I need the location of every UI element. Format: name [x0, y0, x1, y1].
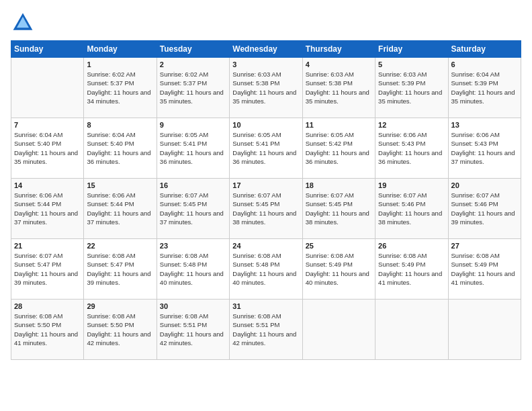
- day-number: 4: [306, 60, 372, 68]
- day-number: 21: [14, 242, 81, 250]
- calendar-cell: 27Sunrise: 6:08 AMSunset: 5:49 PMDayligh…: [448, 239, 521, 300]
- cell-content: Sunrise: 6:05 AMSunset: 5:42 PMDaylight:…: [306, 130, 372, 166]
- day-number: 18: [306, 181, 372, 189]
- day-number: 28: [14, 302, 81, 310]
- calendar-cell: 1Sunrise: 6:02 AMSunset: 5:37 PMDaylight…: [84, 58, 157, 118]
- cell-content: Sunrise: 6:06 AMSunset: 5:44 PMDaylight:…: [87, 191, 153, 226]
- day-number: 17: [232, 181, 299, 189]
- weekday-header: Monday: [84, 41, 157, 58]
- calendar-cell: 15Sunrise: 6:06 AMSunset: 5:44 PMDayligh…: [84, 179, 157, 239]
- cell-content: Sunrise: 6:05 AMSunset: 5:41 PMDaylight:…: [160, 130, 226, 166]
- calendar-cell: 9Sunrise: 6:05 AMSunset: 5:41 PMDaylight…: [157, 118, 229, 179]
- weekday-header: Wednesday: [230, 41, 302, 58]
- day-number: 30: [160, 302, 226, 310]
- day-number: 10: [232, 121, 299, 129]
- cell-content: Sunrise: 6:08 AMSunset: 5:51 PMDaylight:…: [160, 312, 226, 347]
- cell-content: Sunrise: 6:04 AMSunset: 5:40 PMDaylight:…: [14, 130, 81, 166]
- day-number: 31: [232, 302, 299, 310]
- cell-content: Sunrise: 6:08 AMSunset: 5:51 PMDaylight:…: [232, 312, 299, 347]
- calendar-cell: 23Sunrise: 6:08 AMSunset: 5:48 PMDayligh…: [157, 239, 229, 300]
- calendar-header: SundayMondayTuesdayWednesdayThursdayFrid…: [11, 41, 521, 58]
- logo-icon: [11, 11, 35, 35]
- calendar-cell: 8Sunrise: 6:04 AMSunset: 5:40 PMDaylight…: [84, 118, 157, 179]
- calendar-cell: 11Sunrise: 6:05 AMSunset: 5:42 PMDayligh…: [302, 118, 375, 179]
- cell-content: Sunrise: 6:06 AMSunset: 5:44 PMDaylight:…: [14, 191, 81, 226]
- calendar-cell: 24Sunrise: 6:08 AMSunset: 5:48 PMDayligh…: [230, 239, 302, 300]
- day-number: 6: [451, 60, 518, 68]
- page-header: [11, 11, 521, 35]
- day-number: 8: [87, 121, 153, 129]
- cell-content: Sunrise: 6:08 AMSunset: 5:48 PMDaylight:…: [160, 251, 226, 287]
- calendar-cell: 4Sunrise: 6:03 AMSunset: 5:38 PMDaylight…: [302, 58, 375, 118]
- cell-content: Sunrise: 6:04 AMSunset: 5:39 PMDaylight:…: [451, 70, 518, 105]
- cell-content: Sunrise: 6:06 AMSunset: 5:43 PMDaylight:…: [451, 130, 518, 166]
- weekday-header: Tuesday: [157, 41, 229, 58]
- calendar-cell: [11, 58, 84, 118]
- day-number: 27: [451, 242, 518, 250]
- cell-content: Sunrise: 6:07 AMSunset: 5:47 PMDaylight:…: [14, 251, 81, 287]
- cell-content: Sunrise: 6:07 AMSunset: 5:45 PMDaylight:…: [232, 191, 299, 226]
- cell-content: Sunrise: 6:04 AMSunset: 5:40 PMDaylight:…: [87, 130, 153, 166]
- day-number: 25: [306, 242, 372, 250]
- day-number: 3: [232, 60, 299, 68]
- cell-content: Sunrise: 6:07 AMSunset: 5:46 PMDaylight:…: [451, 191, 518, 226]
- cell-content: Sunrise: 6:02 AMSunset: 5:37 PMDaylight:…: [160, 70, 226, 105]
- calendar-cell: 25Sunrise: 6:08 AMSunset: 5:49 PMDayligh…: [302, 239, 375, 300]
- day-number: 13: [451, 121, 518, 129]
- weekday-header: Thursday: [302, 41, 375, 58]
- day-number: 22: [87, 242, 153, 250]
- day-number: 7: [14, 121, 81, 129]
- calendar-cell: 19Sunrise: 6:07 AMSunset: 5:46 PMDayligh…: [375, 179, 448, 239]
- calendar-cell: 16Sunrise: 6:07 AMSunset: 5:45 PMDayligh…: [157, 179, 229, 239]
- calendar-cell: 31Sunrise: 6:08 AMSunset: 5:51 PMDayligh…: [230, 300, 302, 360]
- calendar-cell: 26Sunrise: 6:08 AMSunset: 5:49 PMDayligh…: [375, 239, 448, 300]
- calendar-week-row: 1Sunrise: 6:02 AMSunset: 5:37 PMDaylight…: [11, 58, 521, 118]
- cell-content: Sunrise: 6:03 AMSunset: 5:38 PMDaylight:…: [232, 70, 299, 105]
- cell-content: Sunrise: 6:07 AMSunset: 5:45 PMDaylight:…: [306, 191, 372, 226]
- calendar-cell: 30Sunrise: 6:08 AMSunset: 5:51 PMDayligh…: [157, 300, 229, 360]
- calendar-table: SundayMondayTuesdayWednesdayThursdayFrid…: [11, 40, 521, 360]
- cell-content: Sunrise: 6:08 AMSunset: 5:49 PMDaylight:…: [451, 251, 518, 287]
- cell-content: Sunrise: 6:08 AMSunset: 5:50 PMDaylight:…: [87, 312, 153, 347]
- day-number: 15: [87, 181, 153, 189]
- calendar-cell: [375, 300, 448, 360]
- calendar-cell: 12Sunrise: 6:06 AMSunset: 5:43 PMDayligh…: [375, 118, 448, 179]
- day-number: 12: [378, 121, 445, 129]
- calendar-cell: 6Sunrise: 6:04 AMSunset: 5:39 PMDaylight…: [448, 58, 521, 118]
- cell-content: Sunrise: 6:07 AMSunset: 5:46 PMDaylight:…: [378, 191, 445, 226]
- calendar-cell: 5Sunrise: 6:03 AMSunset: 5:39 PMDaylight…: [375, 58, 448, 118]
- calendar-cell: 20Sunrise: 6:07 AMSunset: 5:46 PMDayligh…: [448, 179, 521, 239]
- day-number: 24: [232, 242, 299, 250]
- weekday-header: Sunday: [11, 41, 84, 58]
- day-number: 19: [378, 181, 445, 189]
- calendar-cell: 2Sunrise: 6:02 AMSunset: 5:37 PMDaylight…: [157, 58, 229, 118]
- cell-content: Sunrise: 6:08 AMSunset: 5:50 PMDaylight:…: [14, 312, 81, 347]
- cell-content: Sunrise: 6:08 AMSunset: 5:49 PMDaylight:…: [378, 251, 445, 287]
- calendar-cell: 28Sunrise: 6:08 AMSunset: 5:50 PMDayligh…: [11, 300, 84, 360]
- cell-content: Sunrise: 6:08 AMSunset: 5:48 PMDaylight:…: [232, 251, 299, 287]
- day-number: 14: [14, 181, 81, 189]
- calendar-cell: 14Sunrise: 6:06 AMSunset: 5:44 PMDayligh…: [11, 179, 84, 239]
- cell-content: Sunrise: 6:08 AMSunset: 5:49 PMDaylight:…: [306, 251, 372, 287]
- calendar-cell: [302, 300, 375, 360]
- day-number: 20: [451, 181, 518, 189]
- calendar-cell: 7Sunrise: 6:04 AMSunset: 5:40 PMDaylight…: [11, 118, 84, 179]
- calendar-cell: 21Sunrise: 6:07 AMSunset: 5:47 PMDayligh…: [11, 239, 84, 300]
- cell-content: Sunrise: 6:07 AMSunset: 5:45 PMDaylight:…: [160, 191, 226, 226]
- day-number: 9: [160, 121, 226, 129]
- day-number: 11: [306, 121, 372, 129]
- cell-content: Sunrise: 6:02 AMSunset: 5:37 PMDaylight:…: [87, 70, 153, 105]
- calendar-cell: 13Sunrise: 6:06 AMSunset: 5:43 PMDayligh…: [448, 118, 521, 179]
- day-number: 29: [87, 302, 153, 310]
- weekday-header: Saturday: [448, 41, 521, 58]
- day-number: 26: [378, 242, 445, 250]
- cell-content: Sunrise: 6:03 AMSunset: 5:38 PMDaylight:…: [306, 70, 372, 105]
- calendar-cell: 22Sunrise: 6:08 AMSunset: 5:47 PMDayligh…: [84, 239, 157, 300]
- day-number: 5: [378, 60, 445, 68]
- cell-content: Sunrise: 6:03 AMSunset: 5:39 PMDaylight:…: [378, 70, 445, 105]
- day-number: 23: [160, 242, 226, 250]
- logo: [11, 11, 38, 35]
- calendar-cell: 3Sunrise: 6:03 AMSunset: 5:38 PMDaylight…: [230, 58, 302, 118]
- weekday-header: Friday: [375, 41, 448, 58]
- calendar-cell: 29Sunrise: 6:08 AMSunset: 5:50 PMDayligh…: [84, 300, 157, 360]
